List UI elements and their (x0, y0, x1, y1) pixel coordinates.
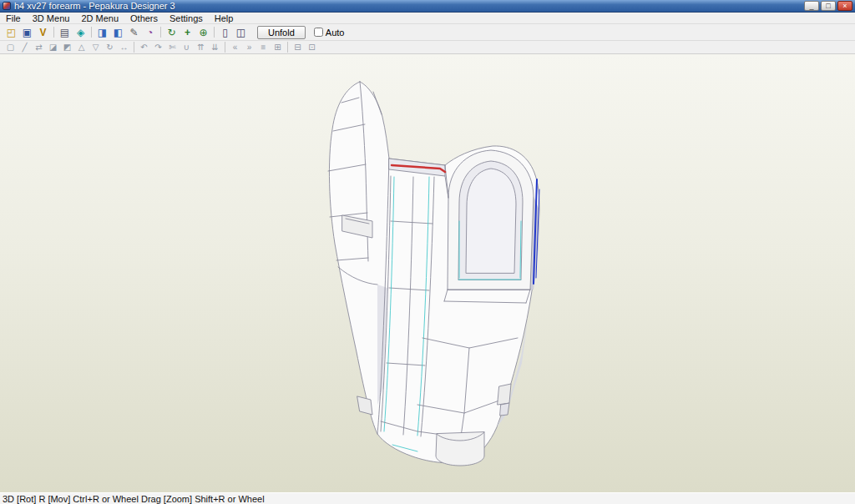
redo-icon[interactable]: ↷ (151, 42, 165, 53)
save-icon[interactable]: ▣ (19, 25, 35, 39)
grid-icon[interactable]: ⊞ (271, 42, 285, 53)
pane-both-icon[interactable]: ◫ (233, 25, 249, 39)
app-icon (3, 2, 11, 10)
pan-view-icon[interactable]: + (180, 25, 195, 39)
menu-3d-menu[interactable]: 3D Menu (27, 13, 76, 23)
menu-help[interactable]: Help (209, 13, 240, 23)
rotate-view-icon[interactable]: ↻ (164, 25, 180, 39)
join-faces-icon[interactable]: ◩ (60, 42, 74, 53)
toolbar-separator (287, 42, 288, 53)
auto-checkbox[interactable] (314, 28, 323, 37)
edit-mode-icon[interactable]: ◨ (94, 25, 110, 39)
paint-icon[interactable]: ◔ (142, 25, 158, 39)
texture-view-icon[interactable]: ◧ (110, 25, 126, 39)
toolbar-separator (91, 27, 92, 38)
toolbar-separator (214, 27, 215, 38)
distribute-icon[interactable]: ≡ (256, 42, 271, 53)
3d-viewport[interactable] (0, 54, 855, 492)
menu-file[interactable]: File (0, 13, 27, 23)
forearm-model-svg (0, 54, 855, 492)
unfold-button[interactable]: Unfold (257, 26, 306, 39)
pen-icon[interactable]: ✎ (126, 25, 142, 39)
bring-front-icon[interactable]: ⇈ (194, 42, 208, 53)
window-title: h4 xv27 forearm - Pepakura Designer 3 (14, 1, 804, 11)
menu-2d-menu[interactable]: 2D Menu (75, 13, 124, 23)
toolbar-separator (53, 27, 54, 38)
zoom-view-icon[interactable]: ⊕ (195, 25, 211, 39)
auto-checkbox-group: Auto (314, 28, 345, 38)
add-flap-icon[interactable]: △ (74, 42, 89, 53)
3d-model-icon[interactable]: ◈ (73, 25, 89, 39)
toolbar-separator (134, 42, 134, 53)
measure-icon[interactable]: ⊟ (291, 42, 305, 53)
divide-face-icon[interactable]: ◪ (46, 42, 60, 53)
edit-edge-icon[interactable]: ╱ (18, 42, 32, 53)
print-icon[interactable]: ▤ (57, 25, 73, 39)
glue-edge-icon[interactable]: ∪ (180, 42, 194, 53)
maximize-button[interactable]: □ (821, 1, 836, 11)
menu-bar: File 3D Menu 2D Menu Others Settings Hel… (0, 13, 855, 24)
2d-edit-toolbar: ▢ ╱ ⇄ ◪ ◩ △ ▽ ↻ ↔ ↶ ↷ ✄ ∪ ⇈ ⇊ « » ≡ ⊞ ⊟ … (0, 41, 855, 54)
open-file-icon[interactable]: ◰ (3, 25, 19, 39)
remove-flap-icon[interactable]: ▽ (89, 42, 103, 53)
close-button[interactable]: × (837, 1, 852, 11)
send-back-icon[interactable]: ⇊ (208, 42, 222, 53)
check-face-icon[interactable]: ⇄ (32, 42, 46, 53)
forearm-model (328, 82, 539, 466)
pepakura-doc-icon[interactable]: V (35, 25, 51, 39)
main-toolbar: ◰ ▣ V ▤ ◈ ◨ ◧ ✎ ◔ ↻ + ⊕ ▯ ◫ Unfold Auto (0, 24, 855, 41)
pane-3d-icon[interactable]: ▯ (217, 25, 233, 39)
minimize-button[interactable]: _ (804, 1, 819, 11)
select-icon[interactable]: ▢ (3, 42, 18, 53)
move-piece-icon[interactable]: ↔ (117, 42, 131, 53)
menu-settings[interactable]: Settings (164, 13, 209, 23)
status-text: 3D [Rot] R [Mov] Ctrl+R or Wheel Drag [Z… (3, 494, 265, 504)
menu-others[interactable]: Others (124, 13, 164, 23)
title-bar: h4 xv27 forearm - Pepakura Designer 3 _ … (0, 0, 855, 13)
undo-icon[interactable]: ↶ (137, 42, 151, 53)
toolbar-separator (160, 27, 161, 38)
auto-checkbox-label: Auto (326, 28, 345, 38)
align-right-icon[interactable]: » (242, 42, 256, 53)
zoom-fit-icon[interactable]: ⊡ (305, 42, 319, 53)
toolbar-separator (225, 42, 225, 53)
rotate-piece-icon[interactable]: ↻ (103, 42, 117, 53)
align-left-icon[interactable]: « (228, 42, 242, 53)
cut-edge-icon[interactable]: ✄ (165, 42, 180, 53)
status-bar: 3D [Rot] R [Mov] Ctrl+R or Wheel Drag [Z… (0, 492, 855, 504)
